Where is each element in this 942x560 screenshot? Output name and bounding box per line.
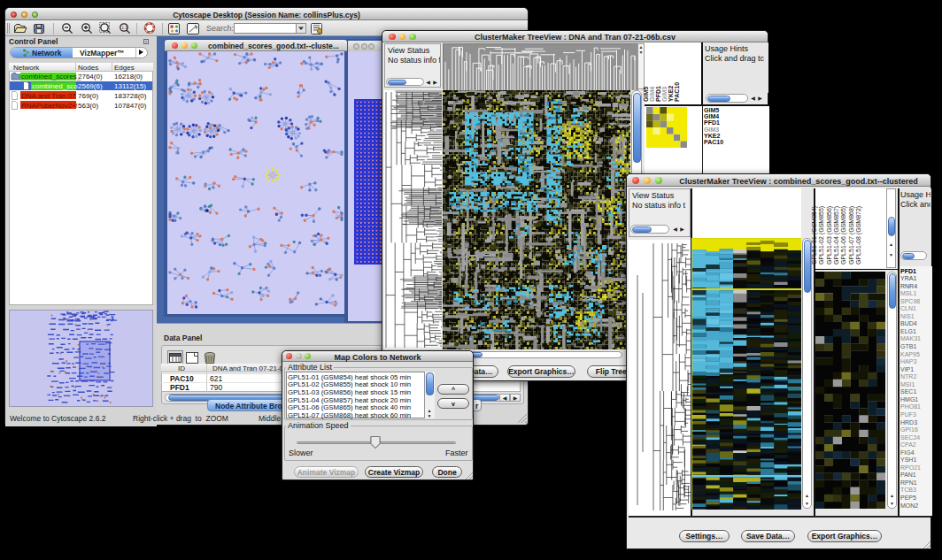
svg-text:Search:: Search:: [206, 24, 234, 33]
svg-text:1:1: 1:1: [122, 26, 128, 30]
